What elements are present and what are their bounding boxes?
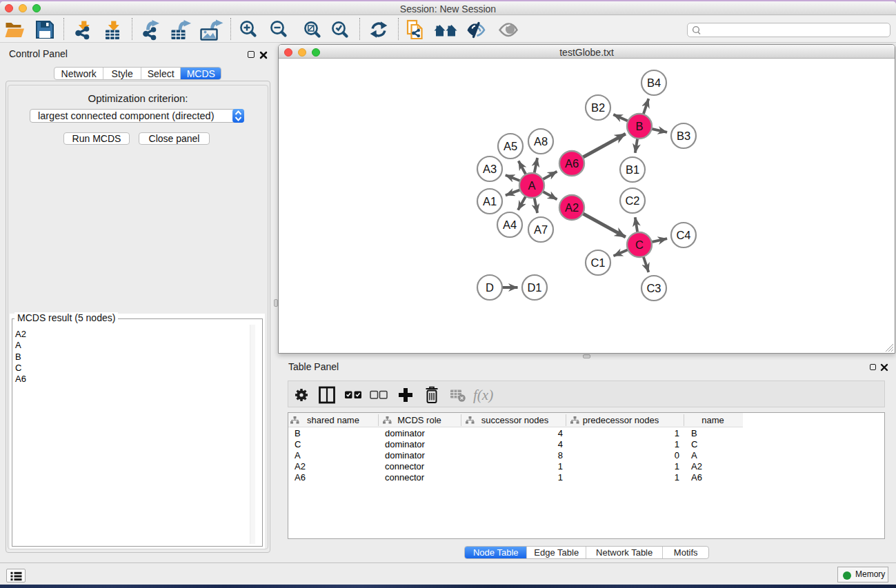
svg-text:B4: B4 — [647, 77, 661, 89]
svg-text:C4: C4 — [676, 229, 690, 241]
svg-text:A3: A3 — [483, 163, 497, 175]
svg-text:D: D — [486, 281, 494, 294]
svg-text:B1: B1 — [626, 163, 639, 176]
svg-text:A5: A5 — [504, 140, 517, 152]
svg-text:C2: C2 — [625, 194, 639, 207]
svg-text:C1: C1 — [590, 256, 605, 269]
svg-text:B2: B2 — [591, 101, 605, 114]
svg-text:B3: B3 — [677, 130, 690, 142]
svg-text:A6: A6 — [565, 157, 579, 170]
svg-text:D1: D1 — [527, 281, 541, 294]
svg-text:B: B — [635, 120, 643, 132]
svg-text:f(x): f(x) — [473, 387, 493, 403]
svg-text:A2: A2 — [565, 201, 579, 214]
svg-text:A1: A1 — [483, 195, 497, 207]
svg-text:A8: A8 — [534, 135, 548, 148]
svg-text:A7: A7 — [534, 223, 548, 236]
svg-text:C3: C3 — [646, 282, 661, 294]
svg-text:C: C — [635, 239, 644, 251]
svg-text:A4: A4 — [503, 219, 517, 231]
svg-text:A: A — [528, 179, 535, 192]
